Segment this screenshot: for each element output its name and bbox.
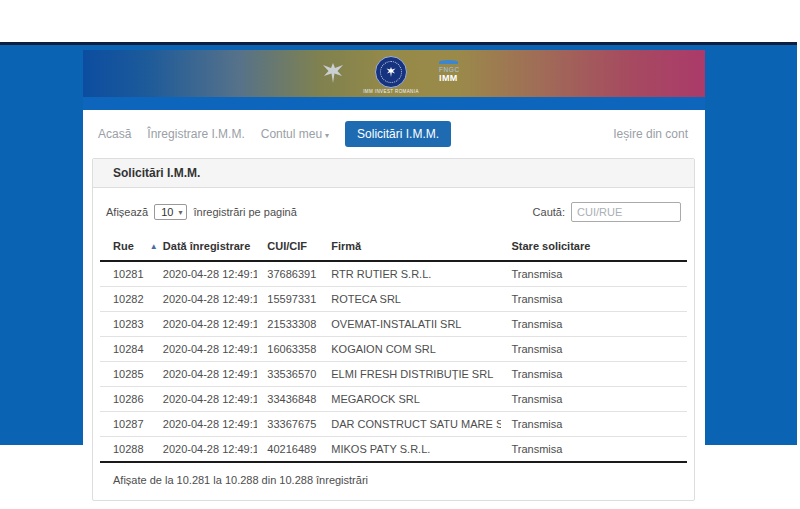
cell-cui-cif: 33536570 bbox=[257, 362, 321, 387]
guvernul-romaniei-seal-icon bbox=[375, 56, 407, 88]
cell-rue: 10288 bbox=[100, 437, 153, 463]
table-body: 10281 2020-04-28 12:49:11 37686391 RTR R… bbox=[100, 261, 687, 462]
cell-cui-cif: 15597331 bbox=[257, 287, 321, 312]
table-row[interactable]: 10286 2020-04-28 12:49:14 33436848 MEGAR… bbox=[100, 387, 687, 412]
cell-data-inregistrare: 2020-04-28 12:49:11 bbox=[153, 287, 257, 312]
fngcimm-logo: FNGC IMM bbox=[439, 60, 465, 83]
fngcimm-text-bottom: IMM bbox=[439, 74, 465, 83]
cell-cui-cif: 21533308 bbox=[257, 312, 321, 337]
cell-firma: ELMI FRESH DISTRIBUȚIE SRL bbox=[321, 362, 501, 387]
cell-data-inregistrare: 2020-04-28 12:49:15 bbox=[153, 412, 257, 437]
cell-stare-solicitare: Transmisa bbox=[501, 337, 687, 362]
cell-cui-cif: 33367675 bbox=[257, 412, 321, 437]
cell-firma: MIKOS PATY S.R.L. bbox=[321, 437, 501, 463]
fngcimm-swoosh-icon bbox=[439, 60, 458, 64]
cell-stare-solicitare: Transmisa bbox=[501, 437, 687, 463]
cell-firma: OVEMAT-INSTALATII SRL bbox=[321, 312, 501, 337]
table-row[interactable]: 10281 2020-04-28 12:49:11 37686391 RTR R… bbox=[100, 261, 687, 287]
page-length-select[interactable]: 10 ▾ bbox=[154, 204, 187, 220]
nav-item-contul-meu[interactable]: Contul meu▾ bbox=[261, 127, 329, 141]
panel-body: Afișează 10 ▾ înregistrări pe pagină Cau… bbox=[93, 188, 694, 500]
nav-item-inregistrare-imm[interactable]: Înregistrare I.M.M. bbox=[147, 127, 244, 141]
cell-stare-solicitare: Transmisa bbox=[501, 387, 687, 412]
cell-data-inregistrare: 2020-04-28 12:49:14 bbox=[153, 362, 257, 387]
nav-item-acasa[interactable]: Acasă bbox=[98, 127, 131, 141]
table-row[interactable]: 10284 2020-04-28 12:49:14 16063358 KOGAI… bbox=[100, 337, 687, 362]
cell-rue: 10285 bbox=[100, 362, 153, 387]
table-header-row: Rue▲ Dată înregistrare CUI/CIF Firmă Sta… bbox=[100, 234, 687, 261]
romania-eagle-icon bbox=[321, 61, 345, 85]
length-suffix-label: înregistrări pe pagină bbox=[193, 206, 296, 218]
column-header-cui-cif[interactable]: CUI/CIF bbox=[257, 234, 321, 261]
cell-rue: 10281 bbox=[100, 261, 153, 287]
table-row[interactable]: 10288 2020-04-28 12:49:16 40216489 MIKOS… bbox=[100, 437, 687, 463]
cell-cui-cif: 40216489 bbox=[257, 437, 321, 463]
table-row[interactable]: 10282 2020-04-28 12:49:11 15597331 ROTEC… bbox=[100, 287, 687, 312]
cell-rue: 10286 bbox=[100, 387, 153, 412]
search-control: Caută: bbox=[533, 202, 681, 222]
cell-firma: MEGAROCK SRL bbox=[321, 387, 501, 412]
column-header-rue[interactable]: Rue▲ bbox=[100, 234, 153, 261]
cell-firma: ROTECA SRL bbox=[321, 287, 501, 312]
table-row[interactable]: 10287 2020-04-28 12:49:15 33367675 DAR C… bbox=[100, 412, 687, 437]
nav-item-contul-meu-label: Contul meu bbox=[261, 127, 322, 141]
length-prefix-label: Afișează bbox=[106, 206, 148, 218]
solicitari-panel: Solicitări I.M.M. Afișează 10 ▾ înregist… bbox=[92, 158, 695, 501]
search-label: Caută: bbox=[533, 206, 565, 218]
cell-data-inregistrare: 2020-04-28 12:49:11 bbox=[153, 261, 257, 287]
column-header-rue-label: Rue bbox=[113, 240, 134, 252]
cell-data-inregistrare: 2020-04-28 12:49:16 bbox=[153, 437, 257, 463]
table-row[interactable]: 10283 2020-04-28 12:49:12 21533308 OVEMA… bbox=[100, 312, 687, 337]
search-input[interactable] bbox=[571, 202, 681, 222]
cell-data-inregistrare: 2020-04-28 12:49:12 bbox=[153, 312, 257, 337]
column-header-firma[interactable]: Firmă bbox=[321, 234, 501, 261]
table-row[interactable]: 10285 2020-04-28 12:49:14 33536570 ELMI … bbox=[100, 362, 687, 387]
page-container: IMM INVEST ROMANIA FNGC IMM Acasă Înregi… bbox=[83, 50, 705, 509]
cell-data-inregistrare: 2020-04-28 12:49:14 bbox=[153, 337, 257, 362]
table-controls: Afișează 10 ▾ înregistrări pe pagină Cau… bbox=[106, 202, 681, 222]
chevron-down-icon: ▾ bbox=[325, 131, 329, 140]
cell-rue: 10287 bbox=[100, 412, 153, 437]
cell-rue: 10282 bbox=[100, 287, 153, 312]
sort-asc-icon: ▲ bbox=[150, 242, 158, 251]
banner-blue-strip bbox=[83, 97, 705, 110]
cell-data-inregistrare: 2020-04-28 12:49:14 bbox=[153, 387, 257, 412]
panel-title: Solicitări I.M.M. bbox=[93, 159, 694, 188]
cell-stare-solicitare: Transmisa bbox=[501, 412, 687, 437]
solicitari-table: Rue▲ Dată înregistrare CUI/CIF Firmă Sta… bbox=[100, 234, 687, 463]
table-info-text: Afișate de la 10.281 la 10.288 din 10.28… bbox=[113, 474, 681, 486]
screenshot-canvas: IMM INVEST ROMANIA FNGC IMM Acasă Înregi… bbox=[0, 0, 800, 509]
column-header-stare-solicitare[interactable]: Stare solicitare bbox=[501, 234, 687, 261]
cell-stare-solicitare: Transmisa bbox=[501, 287, 687, 312]
page-length-control: Afișează 10 ▾ înregistrări pe pagină bbox=[106, 204, 297, 220]
cell-rue: 10283 bbox=[100, 312, 153, 337]
cell-stare-solicitare: Transmisa bbox=[501, 362, 687, 387]
select-caret-icon: ▾ bbox=[178, 208, 182, 217]
cell-cui-cif: 16063358 bbox=[257, 337, 321, 362]
seal-caption: IMM INVEST ROMANIA bbox=[338, 89, 444, 94]
header-banner: IMM INVEST ROMANIA FNGC IMM bbox=[83, 50, 705, 97]
cell-firma: KOGAION COM SRL bbox=[321, 337, 501, 362]
page-length-value: 10 bbox=[161, 206, 173, 218]
cell-cui-cif: 37686391 bbox=[257, 261, 321, 287]
logout-link[interactable]: Ieșire din cont bbox=[613, 120, 688, 148]
cell-rue: 10284 bbox=[100, 337, 153, 362]
cell-stare-solicitare: Transmisa bbox=[501, 261, 687, 287]
cell-firma: DAR CONSTRUCT SATU MARE SRL bbox=[321, 412, 501, 437]
cell-cui-cif: 33436848 bbox=[257, 387, 321, 412]
column-header-data-inregistrare[interactable]: Dată înregistrare bbox=[153, 234, 257, 261]
cell-firma: RTR RUTIER S.R.L. bbox=[321, 261, 501, 287]
main-nav: Acasă Înregistrare I.M.M. Contul meu▾ So… bbox=[83, 120, 705, 148]
nav-item-solicitari-imm-active[interactable]: Solicitări I.M.M. bbox=[345, 121, 451, 147]
cell-stare-solicitare: Transmisa bbox=[501, 312, 687, 337]
